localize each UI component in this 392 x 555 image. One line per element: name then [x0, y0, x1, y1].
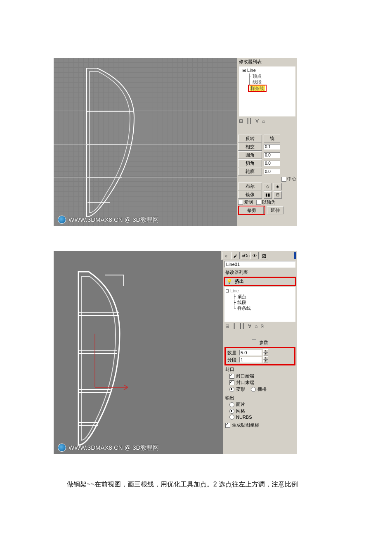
configure-icon[interactable]: ⎘ — [261, 323, 264, 329]
cap-end-checkbox[interactable] — [229, 380, 234, 385]
segments-spinner[interactable]: ▲▼ — [263, 356, 268, 363]
output-group-label: 输出 — [225, 395, 295, 401]
watermark-logo-icon — [58, 216, 66, 224]
object-name-field[interactable]: Line01 — [224, 261, 295, 268]
watermark-text-2: WWW.3DMAX8.CN @ 3D教程网 — [68, 444, 159, 452]
cap-start-label: 封口始端 — [236, 373, 254, 379]
fillet-value[interactable]: 0.0 — [264, 152, 280, 158]
bool-union-icon[interactable]: ◇ — [264, 183, 272, 190]
stack-segment-2[interactable]: 线段 — [237, 300, 246, 305]
guide-line — [54, 178, 237, 178]
bool-sub-icon[interactable]: ◈ — [274, 183, 282, 190]
outline-value[interactable]: 0.0 — [264, 169, 280, 174]
copy-label: 复制 — [244, 199, 253, 205]
mirror-button[interactable]: 镜像 — [238, 191, 262, 199]
mirror-small-button[interactable]: 镜 — [264, 135, 280, 142]
cap-morph-label: 变形 — [236, 386, 245, 392]
segments-label: 分段: — [227, 357, 238, 363]
mirror-v-icon[interactable]: ⊟ — [274, 191, 282, 199]
amount-label: 数量: — [227, 350, 238, 356]
spline-params: 反转 镜 相交 0.1 圆角 0.0 切角 0.0 轮廓 0.0 — [238, 135, 296, 215]
watermark-2: WWW.3DMAX8.CN @ 3D教程网 — [58, 444, 159, 452]
pin-icon[interactable]: ⊟ — [239, 118, 243, 124]
reverse-button[interactable]: 反转 — [238, 135, 262, 142]
lock-icon-2[interactable]: ⌂ — [255, 323, 257, 329]
screenshot-1: 修改器列表 ⊟ Line ├ 顶点 ├ 线段 样条线 ⊟ ┃┃ ∀ ⌂ 反转 镜 — [54, 58, 297, 226]
extruded-shape — [66, 268, 140, 449]
lock-icon[interactable]: ⌂ — [262, 118, 265, 124]
display-tab-icon[interactable]: 👁 — [250, 252, 259, 259]
watermark-logo-icon-2 — [58, 444, 66, 452]
stack-root[interactable]: Line — [247, 68, 256, 73]
stack-spline-highlighted[interactable]: 样条线 — [250, 85, 265, 91]
create-tab-icon[interactable]: ☼ — [222, 252, 230, 259]
amount-spinner[interactable]: ▲▼ — [263, 349, 268, 356]
extend-button[interactable]: 延伸 — [267, 206, 283, 214]
stack-spline-2[interactable]: 样条线 — [237, 306, 251, 311]
chamfer-button[interactable]: 切角 — [238, 159, 262, 167]
axis-checkbox[interactable] — [256, 200, 261, 205]
stack-icon[interactable]: ┃┃ — [246, 118, 252, 124]
lightbulb-icon[interactable]: 💡 — [227, 279, 232, 284]
viewport-1 — [54, 58, 237, 226]
guide-line — [54, 145, 237, 145]
pin-icon-2[interactable]: ⊟ — [225, 323, 229, 329]
modifier-list-label-2[interactable]: 修改器列表 — [223, 268, 297, 276]
gen-map-label: 生成贴图坐标 — [232, 422, 259, 428]
cap-group-label: 封口 — [225, 366, 295, 372]
stack-vertex-2[interactable]: 顶点 — [237, 294, 246, 299]
cross-value[interactable]: 0.1 — [264, 144, 280, 149]
i-icon[interactable]: ┃ — [233, 323, 236, 329]
output-patch-radio[interactable] — [229, 402, 234, 407]
params-rollout-title[interactable]: - 参数 — [223, 339, 297, 346]
fillet-button[interactable]: 圆角 — [238, 151, 262, 159]
segments-input[interactable]: 1 — [239, 357, 262, 363]
amount-segments-highlighted: 数量: 5.0 ▲▼ 分段: 1 ▲▼ — [224, 347, 295, 365]
cross-button[interactable]: 相交 — [238, 143, 262, 151]
modifier-panel-2: Line01 修改器列表 💡 挤出 ⊟ Line ├ 顶点 ├ 线段 └ 样条线… — [223, 260, 297, 454]
modifier-stack-2[interactable]: ⊟ Line ├ 顶点 ├ 线段 └ 样条线 — [224, 287, 295, 322]
hierarchy-tab-icon[interactable]: .oOo — [241, 252, 249, 259]
stack-toolbar: ⊟ ┃┃ ∀ ⌂ — [239, 118, 295, 124]
cap-grid-radio[interactable] — [251, 387, 256, 392]
stack-vertex[interactable]: 顶点 — [253, 74, 262, 78]
cap-end-label: 封口末端 — [236, 379, 254, 386]
axis-label: 以轴为 — [262, 199, 276, 205]
center-label: 中心 — [287, 176, 296, 182]
cap-grid-label: 栅格 — [257, 386, 267, 392]
output-mesh-radio[interactable] — [229, 409, 234, 414]
stack-segment[interactable]: 线段 — [253, 79, 262, 84]
spline-outline — [72, 64, 155, 221]
center-checkbox[interactable] — [281, 177, 286, 182]
show-icon[interactable]: ∀ — [255, 118, 259, 124]
cap-start-checkbox[interactable] — [229, 374, 234, 379]
output-nurbs-radio[interactable] — [229, 415, 234, 420]
tutorial-paragraph: 做钢架~~在前视图，画三根线，用优化工具加点。2 选点往左上方调，注意比例 — [54, 479, 338, 490]
amount-input[interactable]: 5.0 — [239, 350, 262, 356]
chamfer-value[interactable]: 0.0 — [264, 161, 280, 166]
utilities-tab-icon[interactable]: 🖼 — [260, 252, 268, 259]
stack-toolbar-2: ⊟ ┃ ┃┃ ∀ ⌂ ⎘ — [225, 323, 295, 329]
outline-button[interactable]: 轮廓 — [238, 168, 262, 176]
modify-tab-icon[interactable]: 🖌 — [231, 252, 240, 259]
output-patch-label: 面片 — [236, 401, 245, 408]
cap-morph-radio[interactable] — [229, 387, 234, 392]
output-nurbs-label: NURBS — [236, 415, 252, 420]
command-panel-tabs: ☼ 🖌 .oOo 👁 🖼 — [221, 251, 297, 260]
guide-line — [54, 111, 237, 111]
ii-icon[interactable]: ┃┃ — [239, 323, 245, 329]
watermark-text: WWW.3DMAX8.CN @ 3D教程网 — [68, 216, 159, 224]
stack-root-2[interactable]: Line — [230, 288, 239, 293]
watermark: WWW.3DMAX8.CN @ 3D教程网 — [58, 216, 159, 224]
mirror-h-icon[interactable]: ▮▮ — [264, 191, 272, 199]
modifier-list-label[interactable]: 修改器列表 — [237, 58, 297, 66]
modifier-panel: 修改器列表 ⊟ Line ├ 顶点 ├ 线段 样条线 ⊟ ┃┃ ∀ ⌂ 反转 镜 — [237, 58, 297, 226]
extrude-label[interactable]: 挤出 — [235, 278, 244, 285]
gen-map-checkbox[interactable] — [225, 423, 230, 428]
color-swatch[interactable] — [294, 252, 296, 259]
show-icon-2[interactable]: ∀ — [248, 323, 251, 329]
trim-button-highlighted[interactable]: 修剪 — [240, 206, 264, 214]
modifier-stack[interactable]: ⊟ Line ├ 顶点 ├ 线段 样条线 — [239, 66, 295, 116]
copy-checkbox[interactable] — [238, 200, 243, 205]
boolean-button[interactable]: 布尔 — [238, 183, 262, 190]
